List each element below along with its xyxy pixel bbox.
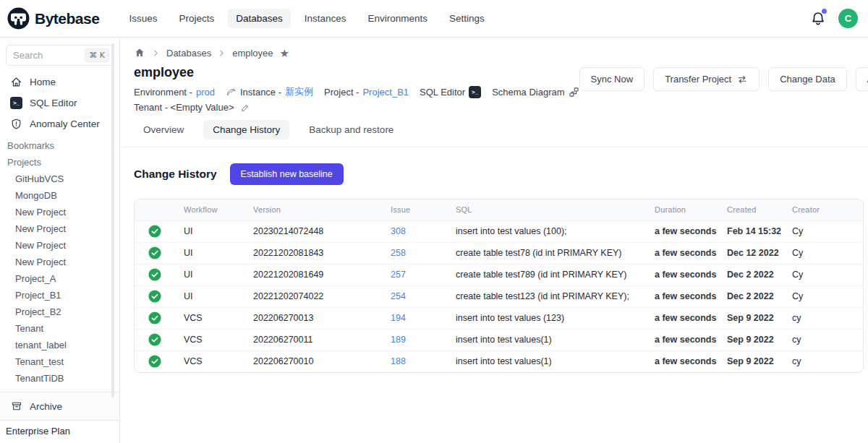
cell-sql: insert into test values(1) xyxy=(447,350,646,372)
table-row[interactable]: VCS202206270011189insert into test value… xyxy=(135,329,863,350)
tab-overview[interactable]: Overview xyxy=(134,120,193,139)
bookmark-star-icon[interactable]: ★ xyxy=(280,48,289,59)
nav-item-projects[interactable]: Projects xyxy=(171,9,222,28)
meta-environment: Environment - prod xyxy=(134,87,215,98)
table-row[interactable]: UI20221202074022254create table test123 … xyxy=(135,285,863,307)
sidebar-project-project-b2[interactable]: Project_B2 xyxy=(0,304,119,320)
project-link[interactable]: Project_B1 xyxy=(362,87,409,98)
issue-link[interactable]: 257 xyxy=(391,270,406,280)
sidebar-project-githubvcs[interactable]: GitHubVCS xyxy=(0,171,119,187)
cell-creator: Cy xyxy=(783,264,863,285)
column-header-issue: Issue xyxy=(382,199,447,220)
sidebar-project-new-project[interactable]: New Project xyxy=(0,220,119,237)
sidebar-project-list: GitHubVCSMongoDBNew ProjectNew ProjectNe… xyxy=(0,171,119,392)
column-header-creator: Creator xyxy=(783,199,863,220)
issue-link[interactable]: 188 xyxy=(391,356,406,366)
cell-duration: a few seconds xyxy=(646,264,718,285)
sidebar-project-project-b1[interactable]: Project_B1 xyxy=(0,287,119,304)
sidebar-project-tenant[interactable]: Tenant xyxy=(0,320,119,337)
issue-link[interactable]: 258 xyxy=(391,248,406,258)
notification-badge xyxy=(822,9,827,14)
sidebar-item-home[interactable]: Home xyxy=(0,72,119,93)
instance-link[interactable]: 新实例 xyxy=(285,85,313,98)
sql-editor-link[interactable]: SQL Editor >_ xyxy=(420,86,481,98)
chevron-right-icon xyxy=(218,49,226,57)
tab-change-history[interactable]: Change History xyxy=(203,120,289,139)
column-header-status xyxy=(135,199,175,220)
success-check-icon xyxy=(148,355,161,368)
cell-created: Sep 9 2022 xyxy=(718,329,783,350)
top-navbar: Bytebase IssuesProjectsDatabasesInstance… xyxy=(0,0,868,38)
tab-backup-and-restore[interactable]: Backup and restore xyxy=(299,120,403,139)
sidebar-scrollbar[interactable] xyxy=(111,43,114,397)
issue-link[interactable]: 254 xyxy=(391,291,406,301)
success-check-icon xyxy=(148,246,161,259)
nav-item-settings[interactable]: Settings xyxy=(441,9,493,28)
nav-item-instances[interactable]: Instances xyxy=(297,9,354,28)
cell-created: Sep 9 2022 xyxy=(718,350,783,372)
success-check-icon xyxy=(148,290,161,303)
transfer-project-button[interactable]: Transfer Project xyxy=(653,67,760,91)
table-row[interactable]: VCS202206270013194insert into test value… xyxy=(135,307,863,329)
breadcrumb-home-icon[interactable] xyxy=(134,47,145,59)
breadcrumb-databases[interactable]: Databases xyxy=(166,48,211,59)
cell-workflow: VCS xyxy=(175,350,244,372)
cell-version: 202206270011 xyxy=(244,329,382,350)
terminal-icon: >_ xyxy=(10,97,22,109)
schema-diagram-link[interactable]: Schema Diagram xyxy=(492,87,579,98)
sidebar-project-project-a[interactable]: Project_A xyxy=(0,270,119,287)
sidebar-project-new-project[interactable]: New Project xyxy=(0,237,119,254)
cell-issue: 257 xyxy=(382,264,447,285)
issue-link[interactable]: 189 xyxy=(391,335,406,345)
cell-version: 20230214072448 xyxy=(244,220,382,242)
table-row[interactable]: VCS202206270010188insert into test value… xyxy=(135,350,863,372)
column-header-version: Version xyxy=(244,199,382,220)
sidebar-project-tenant-test[interactable]: Tenant_test xyxy=(0,353,119,370)
establish-baseline-button[interactable]: Establish new baseline xyxy=(230,163,344,185)
sidebar-project-testtp[interactable]: testTP xyxy=(0,387,119,392)
issue-link[interactable]: 194 xyxy=(391,313,406,323)
shield-icon xyxy=(10,118,22,130)
table-row[interactable]: UI20230214072448308insert into test valu… xyxy=(135,220,863,242)
terminal-icon: >_ xyxy=(469,86,481,98)
nav-item-issues[interactable]: Issues xyxy=(121,9,165,28)
sidebar-project-tenant-label[interactable]: tenant_label xyxy=(0,337,119,353)
nav-item-environments[interactable]: Environments xyxy=(360,9,436,28)
sidebar: ⌘ K Home >_ SQL Editor Anomaly Center Bo… xyxy=(0,38,120,443)
environment-link[interactable]: prod xyxy=(196,87,215,98)
sidebar-item-anomaly-center[interactable]: Anomaly Center xyxy=(0,113,119,134)
sync-now-button[interactable]: Sync Now xyxy=(579,67,645,91)
cell-created: Dec 2 2022 xyxy=(718,264,783,285)
plan-label: Enterprise Plan xyxy=(0,420,119,443)
nav-item-databases[interactable]: Databases xyxy=(228,9,291,28)
breadcrumb-employee[interactable]: employee xyxy=(232,48,273,59)
sidebar-project-tenanttidb[interactable]: TenantTiDB xyxy=(0,370,119,387)
search-input[interactable] xyxy=(13,50,64,61)
issue-link[interactable]: 308 xyxy=(391,226,406,236)
table-row[interactable]: UI20221202081843258create table test78 (… xyxy=(135,242,863,264)
change-history-heading: Change History xyxy=(134,168,217,181)
cell-workflow: UI xyxy=(175,220,244,242)
cell-duration: a few seconds xyxy=(646,285,718,307)
brand-logo[interactable]: Bytebase xyxy=(7,7,99,30)
notifications-button[interactable] xyxy=(809,10,827,27)
table-row[interactable]: UI20221202081649257create table test789 … xyxy=(135,264,863,285)
breadcrumb: Databases employee ★ xyxy=(134,47,862,59)
alter-schema-button[interactable]: Alter Schema xyxy=(856,67,868,91)
edit-pencil-icon[interactable] xyxy=(240,103,250,113)
cell-sql: create table test123 (id int PRIMARY KEY… xyxy=(447,285,646,307)
sidebar-project-new-project[interactable]: New Project xyxy=(0,254,119,270)
user-avatar[interactable]: C xyxy=(838,9,858,28)
sidebar-project-new-project[interactable]: New Project xyxy=(0,204,119,220)
meta-instance: Instance - 新实例 xyxy=(226,85,313,98)
sidebar-item-sql-editor[interactable]: >_ SQL Editor xyxy=(0,93,119,113)
cell-duration: a few seconds xyxy=(646,220,718,242)
change-data-button[interactable]: Change Data xyxy=(768,67,847,91)
button-label: Sync Now xyxy=(591,74,634,85)
table-header-row: WorkflowVersionIssueSQLDurationCreatedCr… xyxy=(135,199,863,220)
sidebar-item-archive[interactable]: Archive xyxy=(0,397,119,416)
sidebar-project-mongodb[interactable]: MongoDB xyxy=(0,187,119,204)
cell-creator: Cy xyxy=(783,285,863,307)
change-history-table: WorkflowVersionIssueSQLDurationCreatedCr… xyxy=(134,199,864,373)
search-box[interactable]: ⌘ K xyxy=(6,45,114,66)
